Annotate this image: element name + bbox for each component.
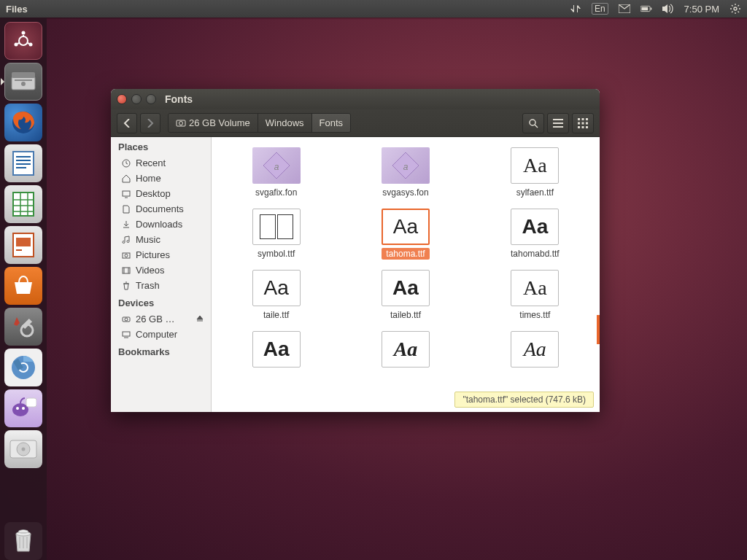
file-item[interactable]: Aatimes.ttf — [509, 268, 560, 322]
sidebar-heading-places: Places — [111, 137, 211, 155]
svg-text:a: a — [403, 162, 409, 172]
file-item[interactable]: symbol.ttf — [251, 207, 302, 261]
document-icon — [121, 204, 131, 214]
sidebar-item-recent[interactable]: Recent — [111, 155, 211, 171]
svg-rect-43 — [578, 122, 580, 124]
window-close-button[interactable] — [117, 94, 127, 104]
sidebar-item-pictures[interactable]: Pictures — [111, 247, 211, 262]
pidgin-launcher-icon[interactable] — [4, 389, 42, 427]
file-name: sylfaen.ttf — [512, 187, 558, 198]
file-item[interactable]: Aa — [251, 330, 302, 373]
sidebar-item-volume[interactable]: 26 GB … — [111, 311, 211, 327]
font-thumb-icon: Aa — [252, 331, 301, 368]
svg-point-4 — [734, 7, 737, 10]
sidebar-item-desktop[interactable]: Desktop — [111, 186, 211, 201]
active-app-label[interactable]: Files — [6, 4, 28, 15]
sidebar-heading-devices: Devices — [111, 293, 211, 311]
sidebar-item-downloads[interactable]: Downloads — [111, 217, 211, 232]
window-maximize-button[interactable] — [146, 94, 156, 104]
unity-launcher — [0, 18, 47, 560]
font-thumb-icon: Aa — [252, 270, 301, 306]
font-thumb-icon: Aa — [511, 147, 559, 184]
file-name: taile.ttf — [259, 309, 293, 321]
clock[interactable]: 7:50 PM — [684, 4, 719, 15]
eject-icon[interactable] — [196, 314, 204, 324]
home-icon — [121, 174, 131, 184]
window-title: Fonts — [165, 93, 193, 105]
sidebar: Places Recent Home Desktop Documents Dow… — [111, 137, 212, 412]
font-thumb-icon: Aa — [511, 209, 559, 245]
file-item[interactable]: Aasylfaen.ttf — [509, 146, 560, 200]
svg-point-29 — [16, 407, 19, 410]
writer-launcher-icon[interactable] — [4, 144, 42, 182]
trash-launcher-icon[interactable] — [4, 522, 42, 560]
files-launcher-icon[interactable] — [4, 63, 42, 101]
breadcrumb-item-windows[interactable]: Windows — [258, 114, 312, 132]
mail-icon[interactable] — [619, 3, 630, 15]
file-item[interactable]: Aataile.ttf — [251, 268, 302, 322]
search-button[interactable] — [522, 113, 544, 133]
impress-launcher-icon[interactable] — [4, 226, 42, 264]
sidebar-heading-bookmarks: Bookmarks — [111, 342, 211, 360]
gear-icon[interactable] — [729, 3, 741, 15]
volume-icon[interactable] — [662, 3, 674, 15]
svg-rect-41 — [582, 118, 584, 120]
view-grid-button[interactable] — [572, 113, 594, 133]
svg-rect-24 — [22, 319, 32, 329]
file-item-selected[interactable]: Aatahoma.ttf — [380, 207, 431, 261]
file-item[interactable]: Aatahomabd.ttf — [505, 207, 565, 261]
view-list-button[interactable] — [547, 113, 569, 133]
file-name: svgasys.fon — [378, 187, 433, 198]
svg-point-34 — [22, 448, 26, 451]
network-icon[interactable] — [570, 3, 581, 15]
svg-rect-15 — [16, 156, 31, 158]
camera-icon — [121, 250, 131, 260]
file-item[interactable]: Aa — [380, 330, 431, 373]
file-name: times.ttf — [515, 309, 554, 321]
svg-rect-56 — [123, 332, 130, 336]
settings-launcher-icon[interactable] — [4, 308, 42, 346]
window-titlebar[interactable]: Fonts — [111, 89, 600, 109]
svg-rect-17 — [16, 163, 31, 165]
sidebar-item-music[interactable]: Music — [111, 232, 211, 247]
drive-icon — [121, 314, 131, 324]
file-name — [272, 370, 281, 372]
file-name: taileb.ttf — [386, 309, 425, 321]
scrollbar-indicator[interactable] — [597, 315, 600, 344]
svg-rect-18 — [16, 167, 26, 168]
file-grid[interactable]: asvgafix.fon asvgasys.fon Aasylfaen.ttf … — [212, 137, 600, 412]
svg-text:a: a — [274, 162, 279, 172]
calc-launcher-icon[interactable] — [4, 185, 42, 223]
nav-back-button[interactable] — [117, 113, 137, 133]
font-thumb-icon: Aa — [511, 331, 559, 368]
svg-point-30 — [22, 407, 25, 410]
software-center-launcher-icon[interactable] — [4, 267, 42, 305]
sidebar-item-computer[interactable]: Computer — [111, 327, 211, 342]
nav-forward-button[interactable] — [140, 113, 160, 133]
disk-launcher-icon[interactable] — [4, 430, 42, 468]
keyboard-indicator[interactable]: En — [592, 3, 608, 15]
desktop-icon — [121, 189, 131, 199]
svg-rect-22 — [16, 249, 22, 251]
sidebar-item-home[interactable]: Home — [111, 171, 211, 186]
battery-icon[interactable] — [640, 3, 652, 15]
dash-icon[interactable] — [4, 22, 42, 60]
file-item[interactable]: asvgasys.fon — [376, 146, 434, 200]
file-item[interactable]: Aa — [509, 330, 560, 373]
sidebar-item-trash[interactable]: Trash — [111, 278, 211, 293]
breadcrumb-volume[interactable]: 26 GB Volume — [169, 114, 258, 132]
breadcrumb-item-fonts[interactable]: Fonts — [312, 114, 351, 132]
svg-point-38 — [179, 121, 183, 125]
font-thumb-icon: a — [252, 147, 301, 184]
firefox-launcher-icon[interactable] — [4, 104, 42, 141]
font-thumb-icon: Aa — [382, 270, 430, 306]
video-icon — [121, 265, 131, 276]
sidebar-item-documents[interactable]: Documents — [111, 201, 211, 217]
svg-point-6 — [22, 31, 26, 35]
file-item[interactable]: Aataileb.ttf — [380, 268, 431, 322]
window-minimize-button[interactable] — [131, 94, 142, 104]
file-item[interactable]: asvgafix.fon — [249, 146, 303, 200]
sidebar-item-videos[interactable]: Videos — [111, 262, 211, 278]
chromium-launcher-icon[interactable] — [4, 349, 42, 386]
svg-rect-10 — [12, 72, 35, 78]
